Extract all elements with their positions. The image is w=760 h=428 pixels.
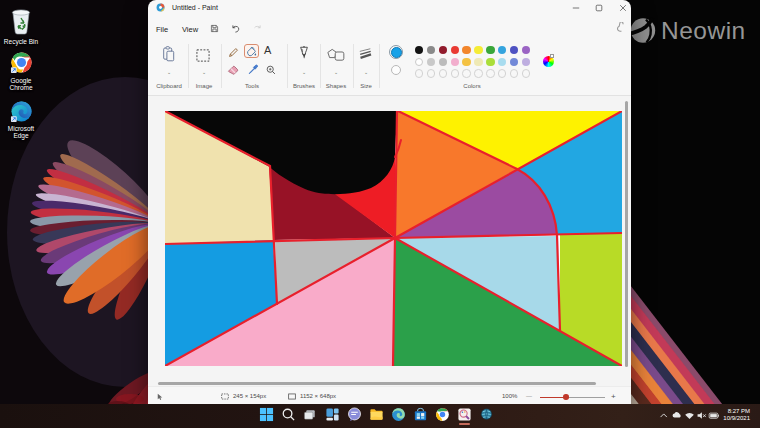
- svg-text:Neowin: Neowin: [661, 17, 746, 44]
